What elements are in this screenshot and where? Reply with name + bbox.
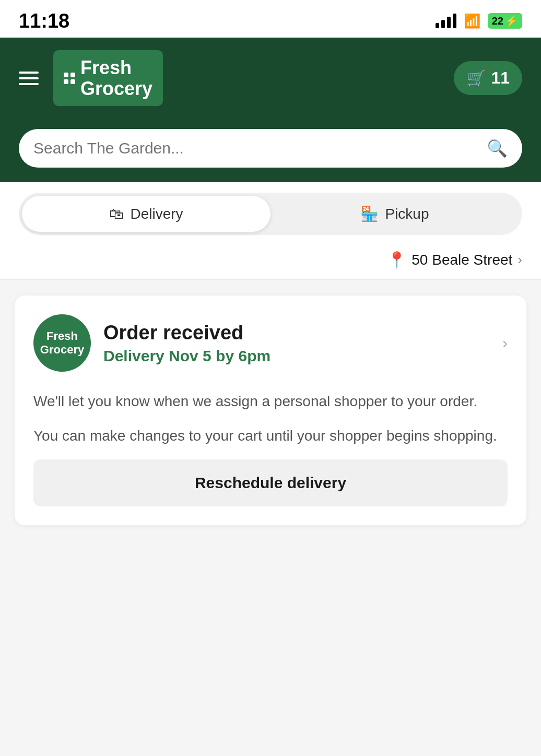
hamburger-menu-button[interactable] [19,72,39,85]
app-header: Fresh Grocery 🛒 11 [0,38,541,121]
order-title: Order received [103,322,490,344]
logo-dots-icon [64,73,75,84]
delivery-tab[interactable]: 🛍 Delivery [22,196,270,232]
order-card: Fresh Grocery Order received Delivery No… [15,296,526,525]
order-info: Order received Delivery Nov 5 by 6pm [103,322,490,365]
order-message-1: We'll let you know when we assign a pers… [33,391,508,412]
search-container: 🔍 [0,121,541,182]
delivery-icon: 🛍 [109,205,124,222]
battery-bolt: ⚡ [505,15,518,27]
status-icons: 📶 22⚡ [436,13,522,29]
logo-text: Fresh Grocery [80,57,152,99]
search-input[interactable] [33,139,479,157]
reschedule-label: Reschedule delivery [195,474,346,491]
battery-level: 22 [492,15,503,27]
pickup-tab[interactable]: 🏪 Pickup [270,196,519,232]
order-header[interactable]: Fresh Grocery Order received Delivery No… [33,314,508,372]
pickup-icon: 🏪 [360,205,379,222]
delivery-label: Delivery [130,206,183,222]
order-brand-logo: Fresh Grocery [33,314,91,372]
pickup-label: Pickup [385,206,429,222]
search-icon: 🔍 [487,138,508,158]
order-card-container: Fresh Grocery Order received Delivery No… [0,280,541,541]
battery-indicator: 22⚡ [488,13,522,29]
order-message-2: You can make changes to your cart until … [33,425,508,447]
signal-icon [436,14,456,28]
cart-icon: 🛒 [466,69,486,87]
order-logo-text-1: Fresh [46,329,78,343]
location-pin-icon: 📍 [387,251,406,269]
header-left: Fresh Grocery [19,50,163,106]
location-row[interactable]: 📍 50 Beale Street › [0,243,541,280]
cart-count: 11 [491,68,510,88]
status-bar: 11:18 📶 22⚡ [0,0,541,38]
cart-button[interactable]: 🛒 11 [454,61,522,95]
toggle-section: 🛍 Delivery 🏪 Pickup [0,182,541,243]
order-chevron-icon: › [502,334,508,352]
search-bar[interactable]: 🔍 [19,129,522,168]
delivery-pickup-toggle: 🛍 Delivery 🏪 Pickup [19,193,522,235]
location-chevron-icon: › [518,252,522,268]
order-logo-text-2: Grocery [40,343,84,357]
location-address: 50 Beale Street [411,252,512,268]
reschedule-delivery-button[interactable]: Reschedule delivery [33,459,508,506]
logo-box: Fresh Grocery [53,50,163,106]
status-time: 11:18 [19,10,69,32]
wifi-icon: 📶 [464,13,480,29]
order-delivery-time: Delivery Nov 5 by 6pm [103,347,490,365]
